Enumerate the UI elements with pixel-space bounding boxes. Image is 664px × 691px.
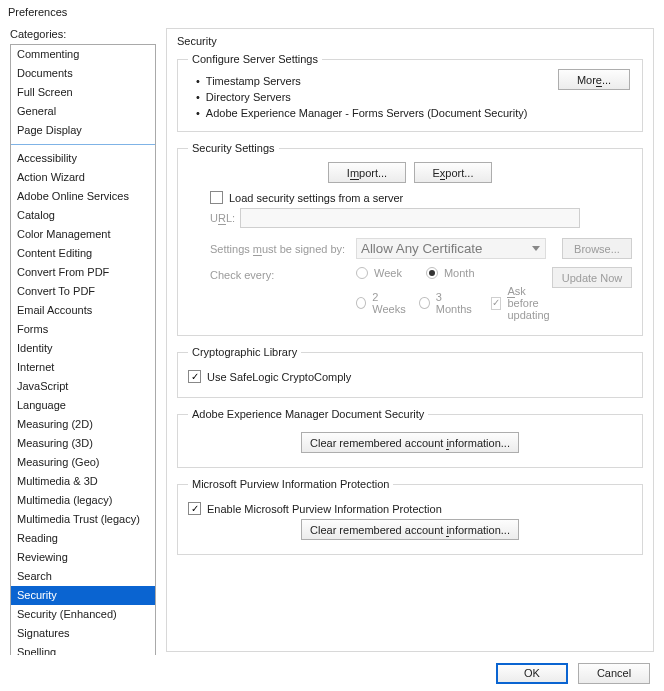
content-column: Security Configure Server Settings Times…: [166, 22, 664, 649]
crypto-library-group: Cryptographic Library Use SafeLogic Cryp…: [177, 346, 643, 398]
radio-icon: [426, 267, 438, 279]
mpip-group: Microsoft Purview Information Protection…: [177, 478, 643, 555]
category-item-accessibility[interactable]: Accessibility: [11, 149, 155, 168]
radio-month: Month: [426, 267, 475, 279]
category-item-page-display[interactable]: Page Display: [11, 121, 155, 140]
crypto-row: Use SafeLogic CryptoComply: [188, 370, 632, 383]
category-item-security[interactable]: Security: [11, 586, 155, 605]
category-item-documents[interactable]: Documents: [11, 64, 155, 83]
mpip-clear-button[interactable]: Clear remembered account information...: [301, 519, 519, 540]
category-item-email-accounts[interactable]: Email Accounts: [11, 301, 155, 320]
categories-label: Categories:: [10, 28, 156, 40]
category-item-multimedia-legacy-[interactable]: Multimedia (legacy): [11, 491, 155, 510]
check-every-row: Check every: Week Month: [210, 267, 632, 321]
aem-doc-security-legend: Adobe Experience Manager Document Securi…: [188, 408, 428, 420]
load-from-server-row: Load security settings from a server: [210, 191, 632, 204]
mpip-clear-row: Clear remembered account information...: [188, 519, 632, 540]
aem-clear-button[interactable]: Clear remembered account information...: [301, 432, 519, 453]
more-button[interactable]: More...: [558, 69, 630, 90]
category-item-adobe-online-services[interactable]: Adobe Online Services: [11, 187, 155, 206]
categories-list[interactable]: CommentingDocumentsFull ScreenGeneralPag…: [10, 44, 156, 668]
radio-icon: [356, 267, 368, 279]
mpip-chk-row: Enable Microsoft Purview Information Pro…: [188, 502, 632, 515]
bullet-row-directory: Directory Servers: [188, 89, 632, 105]
aem-clear-row: Clear remembered account information...: [188, 432, 632, 453]
categories-column: Categories: CommentingDocumentsFull Scre…: [0, 22, 166, 649]
footer: OK Cancel: [0, 655, 664, 691]
url-row: URL:: [210, 208, 632, 228]
load-from-server-label: Load security settings from a server: [229, 192, 403, 204]
bullet-timestamp: Timestamp Servers: [196, 75, 301, 87]
category-item-forms[interactable]: Forms: [11, 320, 155, 339]
import-export-row: Import... Export...: [188, 162, 632, 183]
category-item-multimedia-3d[interactable]: Multimedia & 3D: [11, 472, 155, 491]
use-safelogic-label: Use SafeLogic CryptoComply: [207, 371, 351, 383]
panel-title: Security: [177, 35, 643, 47]
category-separator: [11, 144, 155, 145]
update-now-button: Update Now: [552, 267, 632, 288]
checkbox-icon: [491, 297, 501, 310]
settings-body: Load security settings from a server URL…: [188, 191, 632, 321]
use-safelogic-checkbox[interactable]: Use SafeLogic CryptoComply: [188, 370, 351, 383]
category-item-internet[interactable]: Internet: [11, 358, 155, 377]
configure-server-settings-legend: Configure Server Settings: [188, 53, 322, 65]
checkbox-icon: [188, 502, 201, 515]
window-title: Preferences: [0, 0, 664, 24]
signed-by-select: Allow Any Certificate: [356, 238, 546, 259]
category-item-signatures[interactable]: Signatures: [11, 624, 155, 643]
category-item-security-enhanced-[interactable]: Security (Enhanced): [11, 605, 155, 624]
enable-mpip-checkbox[interactable]: Enable Microsoft Purview Information Pro…: [188, 502, 442, 515]
category-item-action-wizard[interactable]: Action Wizard: [11, 168, 155, 187]
ok-button[interactable]: OK: [496, 663, 568, 684]
ask-before-updating: Ask before updating: [491, 285, 552, 321]
security-settings-group: Security Settings Import... Export... Lo…: [177, 142, 643, 336]
signed-by-select-wrap: Allow Any Certificate: [356, 238, 546, 259]
category-item-reviewing[interactable]: Reviewing: [11, 548, 155, 567]
url-input: [240, 208, 580, 228]
url-label: URL:: [210, 212, 234, 224]
aem-doc-security-group: Adobe Experience Manager Document Securi…: [177, 408, 643, 468]
category-item-content-editing[interactable]: Content Editing: [11, 244, 155, 263]
category-item-measuring-3d-[interactable]: Measuring (3D): [11, 434, 155, 453]
category-item-multimedia-trust-legacy-[interactable]: Multimedia Trust (legacy): [11, 510, 155, 529]
cancel-button[interactable]: Cancel: [578, 663, 650, 684]
body: Categories: CommentingDocumentsFull Scre…: [0, 22, 664, 649]
bullet-directory: Directory Servers: [196, 91, 291, 103]
import-button[interactable]: Import...: [328, 162, 406, 183]
check-radio-grid: Week Month: [356, 267, 546, 321]
radio-icon: [419, 297, 429, 309]
checkbox-icon: [188, 370, 201, 383]
security-settings-legend: Security Settings: [188, 142, 279, 154]
category-item-general[interactable]: General: [11, 102, 155, 121]
preferences-window: Preferences Categories: CommentingDocume…: [0, 0, 664, 691]
enable-mpip-label: Enable Microsoft Purview Information Pro…: [207, 503, 442, 515]
category-item-javascript[interactable]: JavaScript: [11, 377, 155, 396]
security-panel: Security Configure Server Settings Times…: [166, 28, 654, 652]
category-item-reading[interactable]: Reading: [11, 529, 155, 548]
browse-button: Browse...: [562, 238, 632, 259]
radio-2weeks: 2 Weeks: [356, 285, 407, 321]
category-item-color-management[interactable]: Color Management: [11, 225, 155, 244]
category-item-search[interactable]: Search: [11, 567, 155, 586]
check-every-label: Check every:: [210, 267, 350, 281]
signed-by-label: Settings must be signed by:: [210, 243, 350, 255]
configure-server-settings-group: Configure Server Settings Timestamp Serv…: [177, 53, 643, 132]
bullet-aem: Adobe Experience Manager - Forms Servers…: [196, 107, 527, 119]
crypto-library-legend: Cryptographic Library: [188, 346, 301, 358]
load-from-server-checkbox[interactable]: Load security settings from a server: [210, 191, 403, 204]
category-item-measuring-2d-[interactable]: Measuring (2D): [11, 415, 155, 434]
radio-week: Week: [356, 267, 402, 279]
checkbox-icon: [210, 191, 223, 204]
category-item-convert-to-pdf[interactable]: Convert To PDF: [11, 282, 155, 301]
category-item-language[interactable]: Language: [11, 396, 155, 415]
radio-icon: [356, 297, 366, 309]
category-item-full-screen[interactable]: Full Screen: [11, 83, 155, 102]
signed-by-row: Settings must be signed by: Allow Any Ce…: [210, 238, 632, 259]
category-item-convert-from-pdf[interactable]: Convert From PDF: [11, 263, 155, 282]
bullet-row-aem: Adobe Experience Manager - Forms Servers…: [188, 105, 632, 121]
export-button[interactable]: Export...: [414, 162, 492, 183]
category-item-measuring-geo-[interactable]: Measuring (Geo): [11, 453, 155, 472]
category-item-identity[interactable]: Identity: [11, 339, 155, 358]
category-item-catalog[interactable]: Catalog: [11, 206, 155, 225]
category-item-commenting[interactable]: Commenting: [11, 45, 155, 64]
